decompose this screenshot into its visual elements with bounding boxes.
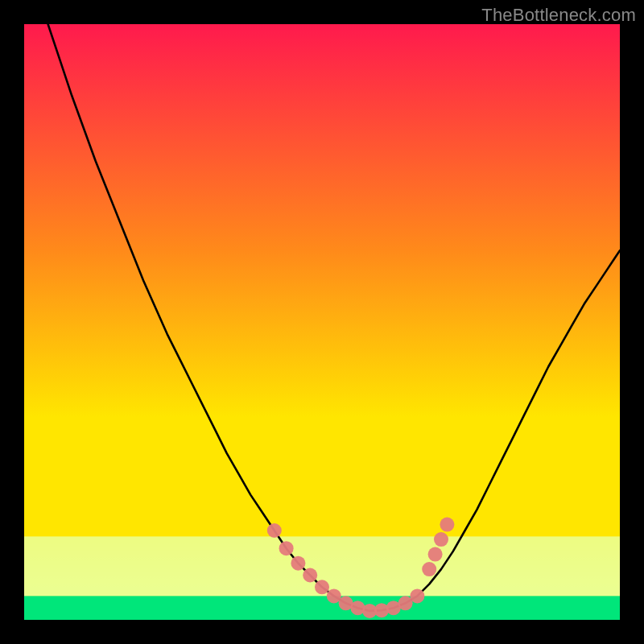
curve-marker — [374, 603, 389, 617]
curve-marker — [422, 562, 436, 576]
curve-marker — [267, 523, 282, 538]
gradient-bg — [24, 24, 620, 620]
plot-area — [24, 24, 620, 620]
curve-marker — [303, 568, 317, 583]
curve-marker — [410, 588, 424, 603]
curve-marker — [279, 541, 294, 555]
curve-marker — [440, 518, 454, 532]
curve-marker — [291, 556, 305, 571]
curve-marker — [428, 547, 443, 562]
curve-marker — [434, 532, 448, 547]
curve-marker — [315, 580, 329, 594]
green-band — [24, 596, 620, 620]
watermark-text: TheBottleneck.com — [481, 5, 636, 26]
chart-frame: TheBottleneck.com — [0, 0, 644, 644]
bottleneck-chart — [24, 24, 620, 620]
